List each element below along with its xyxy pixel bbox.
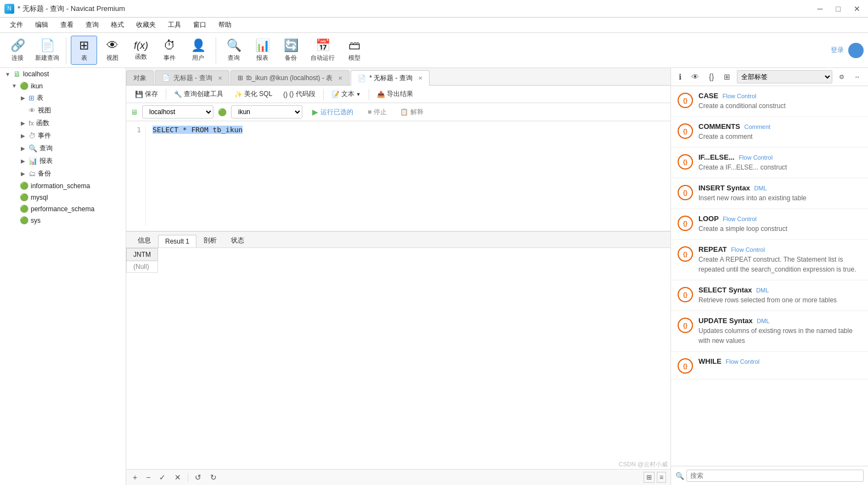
sidebar-db-ikun[interactable]: ▼ 🟢 ikun	[0, 80, 126, 92]
rp-eye-icon[interactable]: 👁	[688, 71, 702, 82]
toolbar-report[interactable]: 📊 报表	[249, 36, 275, 64]
tab-table-close-icon[interactable]: ✕	[338, 75, 342, 81]
backup-type-label: 备份	[38, 169, 121, 178]
beautify-sql-button[interactable]: ✨ 美化 SQL	[230, 88, 277, 100]
menu-favorites[interactable]: 收藏夹	[131, 19, 161, 31]
build-query-button[interactable]: 🔧 查询创建工具	[170, 88, 228, 100]
result-tab-result1[interactable]: Result 1	[158, 235, 196, 247]
tab-tb-ikun-table[interactable]: ⊞ tb_ikun @ikun (localhost) - 表 ✕	[230, 70, 350, 85]
rp-info-icon[interactable]: ℹ	[675, 71, 685, 82]
toolbar-backup[interactable]: 🔄 备份	[278, 36, 304, 64]
rp-item-case[interactable]: {} CASE Flow Control Create a conditiona…	[671, 86, 868, 117]
result-tab-info[interactable]: 信息	[131, 233, 158, 247]
sql-editor[interactable]: SELECT * FROM tb_ikun	[146, 126, 670, 227]
rp-search-input[interactable]	[686, 470, 864, 482]
cell-null: (Null)	[127, 261, 158, 273]
minimize-button[interactable]: ─	[814, 3, 826, 14]
rp-item-comments[interactable]: {} COMMENTS Comment Create a comment	[671, 117, 868, 148]
menu-query[interactable]: 查询	[80, 19, 104, 31]
sidebar-db-mysql[interactable]: 🟢 mysql	[0, 191, 126, 203]
tab-object[interactable]: 对象	[126, 70, 154, 85]
sidebar-item-view[interactable]: 👁 视图	[0, 104, 126, 117]
refresh-button[interactable]: ↺	[193, 472, 204, 483]
delete-row-button[interactable]: −	[144, 472, 153, 483]
rp-item-loop[interactable]: {} LOOP Flow Control Create a simple loo…	[671, 209, 868, 240]
sidebar-item-backup[interactable]: ▶ 🗂 备份	[0, 167, 126, 180]
sidebar-item-event[interactable]: ▶ ⏱ 事件	[0, 129, 126, 142]
comments-item-icon: {}	[678, 123, 693, 139]
tab-uq1-close-icon[interactable]: ✕	[218, 75, 222, 81]
toolbar-event[interactable]: ⏱ 事件	[156, 36, 183, 64]
menu-file[interactable]: 文件	[4, 19, 29, 31]
rp-item-while[interactable]: {} WHILE Flow Control	[671, 352, 868, 380]
code-snippet-button[interactable]: () () 代码段	[279, 88, 319, 100]
rp-grid-icon[interactable]: ⊞	[720, 71, 734, 82]
login-text[interactable]: 登录	[831, 46, 844, 55]
rp-settings-icon[interactable]: ⚙	[836, 72, 848, 82]
tab-untitled-query1[interactable]: 📄 无标题 - 查询 ✕	[155, 70, 229, 85]
close-button[interactable]: ✕	[850, 3, 864, 14]
text-button[interactable]: 📝 文本 ▼	[327, 88, 365, 100]
tab-untitled-query2[interactable]: 📄 * 无标题 - 查询 ✕	[351, 70, 430, 86]
sidebar-item-function[interactable]: ▶ fx 函数	[0, 117, 126, 129]
result-tab-profile[interactable]: 剖析	[196, 233, 224, 247]
sidebar-db-information-schema[interactable]: 🟢 information_schema	[0, 180, 126, 191]
rp-expand-icon[interactable]: ↔	[851, 72, 864, 81]
sidebar-item-table[interactable]: ▶ ⊞ 表	[0, 92, 126, 104]
toolbar-query[interactable]: 🔍 查询	[221, 36, 247, 64]
add-row-button[interactable]: +	[131, 472, 139, 483]
rp-item-insert[interactable]: {} INSERT Syntax DML Insert new rows int…	[671, 178, 868, 209]
toolbar-function[interactable]: f(x) 函数	[128, 38, 154, 63]
stop-button[interactable]: ■ 停止	[363, 106, 391, 119]
toolbar-view[interactable]: 👁 视图	[99, 36, 126, 64]
menu-view[interactable]: 查看	[55, 19, 79, 31]
sidebar-item-report[interactable]: ▶ 📊 报表	[0, 155, 126, 167]
grid-view-button[interactable]: ⊞	[644, 472, 655, 483]
toolbar-user[interactable]: 👤 用户	[185, 36, 211, 64]
rp-item-repeat[interactable]: {} REPEAT Flow Control Create A REPEAT c…	[671, 240, 868, 280]
save-button[interactable]: 💾 保存	[131, 88, 162, 100]
sidebar-db-performance-schema[interactable]: 🟢 performance_schema	[0, 203, 126, 215]
rp-items: {} CASE Flow Control Create a conditiona…	[671, 86, 868, 466]
tab-uq2-close-icon[interactable]: ✕	[418, 75, 422, 81]
menu-edit[interactable]: 编辑	[30, 19, 54, 31]
toolbar-model[interactable]: 🗃 模型	[341, 36, 368, 64]
confirm-button[interactable]: ✓	[157, 472, 168, 483]
arrow-right-icon: ▶	[20, 145, 26, 151]
view-type-label: 视图	[38, 106, 121, 115]
query-type-label: 查询	[40, 144, 121, 153]
run-selected-button[interactable]: ▶ 运行已选的	[307, 106, 359, 119]
report-icon: 📊	[255, 38, 270, 53]
toolbar-new-query[interactable]: 📄 新建查询	[33, 36, 61, 64]
sidebar-item-query[interactable]: ▶ 🔍 查询	[0, 142, 126, 155]
load-more-button[interactable]: ↻	[208, 472, 219, 483]
maximize-button[interactable]: □	[833, 3, 844, 14]
menu-format[interactable]: 格式	[105, 19, 129, 31]
menu-window[interactable]: 窗口	[188, 19, 212, 31]
toolbar-table[interactable]: ⊞ 表	[71, 36, 97, 65]
rp-item-update[interactable]: {} UPDATE Syntax DML Updates columns of …	[671, 311, 868, 352]
insert-tag: DML	[754, 185, 767, 191]
list-view-button[interactable]: ≡	[657, 472, 666, 483]
rp-item-select[interactable]: {} SELECT Syntax DML Retrieve rows selec…	[671, 280, 868, 311]
event-icon: ⏱	[164, 38, 176, 53]
select-item-content: SELECT Syntax DML Retrieve rows selected…	[698, 286, 861, 305]
discard-button[interactable]: ✕	[172, 472, 183, 483]
result-tab-status[interactable]: 状态	[224, 233, 251, 247]
explain-button[interactable]: 📋 解释	[396, 106, 428, 119]
menu-help[interactable]: 帮助	[213, 19, 237, 31]
toolbar-connect[interactable]: 🔗 连接	[4, 36, 31, 64]
connection-select[interactable]: localhost	[142, 105, 213, 119]
menu-tools[interactable]: 工具	[162, 19, 187, 31]
sidebar-connection-localhost[interactable]: ▼ 🖥 localhost	[0, 68, 126, 80]
function-icon: f(x)	[134, 40, 148, 52]
sidebar-db-sys[interactable]: 🟢 sys	[0, 215, 126, 226]
rp-code-icon[interactable]: {}	[706, 71, 717, 82]
database-select[interactable]: ikun	[231, 105, 302, 119]
export-results-button[interactable]: 📤 导出结果	[373, 88, 418, 100]
rp-item-if-else[interactable]: {} IF...ELSE... Flow Control Create a IF…	[671, 148, 868, 178]
toolbar-schedule[interactable]: 📅 自动运行	[306, 36, 339, 64]
rp-filter-select[interactable]: 全部标签	[737, 70, 832, 83]
table-type-label: 表	[37, 93, 121, 103]
loop-item-icon: {}	[678, 216, 693, 231]
